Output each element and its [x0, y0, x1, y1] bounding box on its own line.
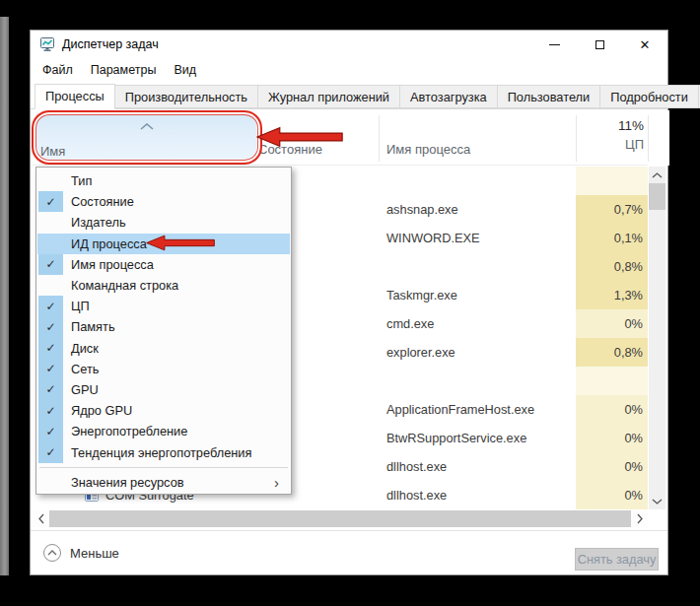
end-task-button[interactable]: Снять задачу: [575, 548, 659, 571]
menu-item-label: Тенденция энергопотребления: [37, 445, 251, 460]
header-divider: [379, 115, 380, 162]
tab-пользователи[interactable]: Пользователи: [497, 85, 601, 108]
header-bottom-line: [33, 165, 648, 166]
cell-process-name: [379, 367, 576, 395]
checkmark-icon: ✓: [38, 254, 63, 275]
cell-cpu: [576, 367, 648, 395]
scroll-right-button[interactable]: [631, 510, 648, 527]
submenu-arrow-icon: ›: [274, 475, 279, 490]
task-manager-icon: [39, 36, 55, 52]
tab-list: ПроцессыПроизводительностьЖурнал приложе…: [35, 84, 700, 108]
context-menu-item[interactable]: Командная строка: [37, 275, 290, 296]
menu-separator: [39, 467, 288, 468]
task-manager-window: Диспетчер задач ✕ Файл Параметры Вид Про…: [30, 30, 668, 575]
cell-process-name: explorer.exe: [379, 338, 576, 367]
context-menu-item[interactable]: ✓Сеть: [37, 359, 290, 379]
header-divider: [576, 115, 577, 162]
cell-cpu: 0,7%: [576, 195, 648, 224]
minimize-icon: [549, 44, 560, 45]
menu-file[interactable]: Файл: [34, 60, 82, 80]
context-menu-item[interactable]: Издатель: [37, 212, 290, 233]
context-menu-item[interactable]: ✓Ядро GPU: [37, 400, 290, 421]
tab-автозагрузка[interactable]: Автозагрузка: [399, 85, 498, 108]
cell-cpu: 0,1%: [576, 224, 648, 252]
cell-process-name: dllhost.exe: [379, 481, 576, 509]
context-menu-item[interactable]: ✓Имя процесса: [37, 254, 290, 275]
cell-process-name: cmd.exe: [379, 309, 576, 338]
checkmark-slot: [38, 212, 63, 233]
cell-cpu: 0%: [576, 481, 648, 509]
checkmark-icon: ✓: [38, 296, 63, 316]
cell-process-name: BtwRSupportService.exe: [379, 424, 576, 452]
checkmark-icon: ✓: [38, 359, 63, 379]
scroll-up-button[interactable]: [649, 167, 665, 183]
context-menu-item[interactable]: ✓ЦП: [37, 296, 290, 316]
tab-производительность[interactable]: Производительность: [114, 85, 258, 108]
annotation-ellipse: [32, 110, 262, 165]
checkmark-slot: [38, 234, 63, 254]
cell-cpu: 0%: [576, 452, 648, 481]
status-bar: Меньше Снять задачу: [31, 530, 667, 574]
checkmark-slot: [38, 275, 63, 296]
cell-process-name: WINWORD.EXE: [379, 224, 576, 252]
scroll-left-button[interactable]: [33, 510, 49, 527]
column-context-menu: Тип✓СостояниеИздательИД процесса✓Имя про…: [35, 167, 292, 495]
cell-cpu: 0%: [576, 424, 648, 452]
minimize-button[interactable]: [531, 31, 577, 58]
menu-options[interactable]: Параметры: [82, 60, 166, 80]
window-controls: ✕: [531, 31, 667, 58]
window-title: Диспетчер задач: [62, 37, 159, 51]
column-header-process-name[interactable]: Имя процесса: [386, 142, 470, 157]
annotation-arrow-menu-item: [146, 234, 215, 252]
column-header-cpu[interactable]: 11% ЦП: [618, 116, 644, 154]
tab-подробности[interactable]: Подробности: [599, 85, 699, 108]
cell-process-name: ashsnap.exe: [379, 195, 576, 224]
close-icon: ✕: [640, 38, 651, 51]
cell-process-name: dllhost.exe: [379, 452, 576, 481]
context-menu-item[interactable]: ✓Память: [37, 316, 290, 337]
checkmark-icon: ✓: [38, 316, 63, 337]
tab-журнал приложений[interactable]: Журнал приложений: [257, 85, 400, 108]
background-window-edge: [0, 17, 9, 575]
context-menu-item[interactable]: Тип: [37, 170, 290, 191]
context-menu-item[interactable]: Значения ресурсов›: [37, 472, 290, 493]
checkmark-icon: ✓: [38, 379, 63, 400]
tab-strip: ПроцессыПроизводительностьЖурнал приложе…: [31, 82, 667, 109]
checkmark-icon: ✓: [38, 191, 63, 212]
vertical-scrollbar-thumb[interactable]: [649, 183, 665, 210]
checkmark-icon: ✓: [38, 338, 63, 359]
horizontal-scrollbar-thumb[interactable]: [49, 510, 631, 527]
fewer-details-label: Меньше: [70, 546, 119, 561]
cpu-total-percent: 11%: [618, 116, 644, 136]
context-menu-item[interactable]: ✓Диск: [37, 338, 290, 359]
cell-process-name: Taskmgr.exe: [379, 281, 576, 309]
maximize-button[interactable]: [577, 31, 622, 58]
menu-view[interactable]: Вид: [165, 60, 205, 80]
checkmark-slot: [38, 472, 63, 493]
context-menu-item[interactable]: ✓Состояние: [37, 191, 290, 212]
collapse-circle-icon: [43, 544, 61, 562]
checkmark-icon: ✓: [38, 421, 63, 441]
cpu-column-label: ЦП: [618, 136, 644, 155]
cell-process-name: [379, 252, 576, 281]
close-button[interactable]: ✕: [622, 31, 667, 58]
header-divider: [648, 115, 649, 162]
menu-bar: Файл Параметры Вид: [31, 58, 667, 82]
context-menu-item[interactable]: ✓Тенденция энергопотребления: [37, 441, 290, 462]
context-menu-item[interactable]: ✓GPU: [37, 379, 290, 400]
checkmark-slot: [38, 170, 63, 191]
cell-process-name: ApplicationFrameHost.exe: [379, 395, 576, 424]
horizontal-scrollbar[interactable]: [33, 510, 648, 527]
context-menu-item[interactable]: ✓Энергопотребление: [37, 421, 290, 441]
cell-cpu: 0%: [576, 309, 648, 338]
title-bar[interactable]: Диспетчер задач ✕: [31, 31, 667, 58]
vertical-scrollbar[interactable]: [649, 167, 665, 509]
fewer-details-toggle[interactable]: Меньше: [43, 544, 119, 562]
tab-процессы[interactable]: Процессы: [35, 84, 115, 109]
maximize-icon: [595, 40, 604, 49]
cell-cpu: 0%: [576, 395, 648, 424]
scroll-down-button[interactable]: [649, 493, 665, 509]
cell-process-name: [379, 167, 576, 195]
checkmark-icon: ✓: [38, 441, 63, 462]
annotation-arrow-header: [256, 125, 343, 149]
